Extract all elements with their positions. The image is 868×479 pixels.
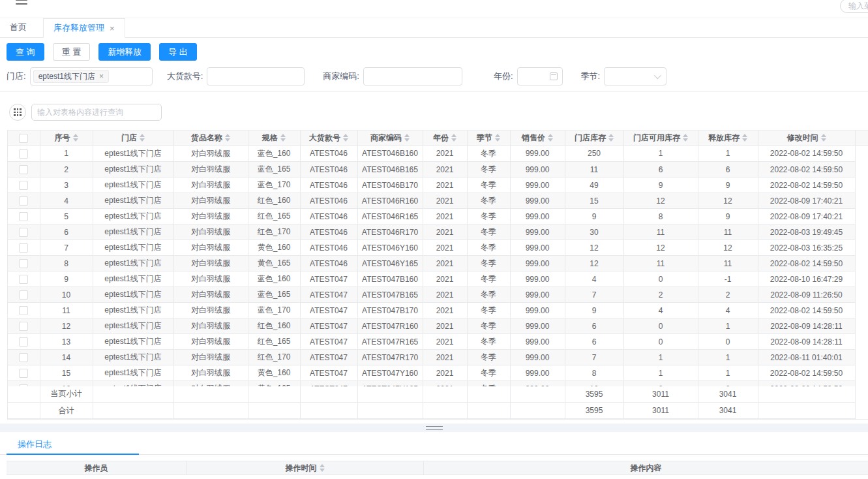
sort-icon[interactable] bbox=[548, 134, 553, 142]
column-header[interactable]: 规格 bbox=[248, 131, 300, 146]
cell: 2022-08-02 14:59:50 bbox=[758, 256, 855, 271]
sort-icon[interactable] bbox=[343, 134, 348, 142]
sort-icon[interactable] bbox=[742, 134, 747, 142]
footer-cell: 3041 bbox=[698, 403, 758, 419]
row-checkbox[interactable] bbox=[19, 384, 28, 386]
cell: 2022-08-09 14:28:11 bbox=[758, 334, 855, 350]
grid-body: 1eptest1线下门店对白羽绒服蓝色_160ATEST046ATEST046B… bbox=[8, 146, 868, 386]
column-header[interactable]: 大货款号 bbox=[300, 131, 357, 146]
checkbox-cell bbox=[8, 334, 40, 350]
row-checkbox[interactable] bbox=[19, 259, 28, 268]
column-header[interactable]: 货品名称 bbox=[173, 131, 248, 146]
cell: 8 bbox=[40, 256, 93, 271]
merchant-code-input[interactable] bbox=[363, 67, 462, 85]
sort-icon[interactable] bbox=[608, 134, 614, 142]
tab-home-label: 首页 bbox=[10, 22, 27, 32]
sort-icon[interactable] bbox=[320, 464, 325, 472]
column-header[interactable]: 销售价 bbox=[510, 131, 565, 146]
year-picker[interactable] bbox=[517, 67, 563, 85]
sort-icon[interactable] bbox=[495, 134, 500, 142]
cell: 黄色_160 bbox=[248, 365, 300, 381]
column-header[interactable]: 门店库存 bbox=[565, 131, 623, 146]
column-header[interactable]: 修改时间 bbox=[758, 131, 855, 146]
cell: 1 bbox=[623, 146, 698, 162]
tab-inventory-release[interactable]: 库存释放管理 × bbox=[43, 18, 125, 38]
cell: eptest1线下门店 bbox=[93, 256, 173, 271]
store-select[interactable]: eptest1线下门店 × bbox=[30, 67, 153, 85]
reset-button[interactable]: 重 置 bbox=[53, 43, 91, 61]
season-select[interactable] bbox=[604, 67, 666, 85]
cell: ATEST047R170 bbox=[357, 350, 423, 365]
table-row: 6eptest1线下门店对白羽绒服红色_170ATEST046ATEST046R… bbox=[8, 224, 855, 240]
sort-icon[interactable] bbox=[683, 134, 688, 142]
column-header[interactable]: 商家编码 bbox=[357, 131, 423, 146]
row-checkbox[interactable] bbox=[19, 290, 28, 300]
row-checkbox[interactable] bbox=[19, 369, 28, 378]
panel-splitter[interactable] bbox=[0, 424, 868, 432]
tab-operation-log[interactable]: 操作日志 bbox=[18, 439, 52, 450]
table-row: 8eptest1线下门店对白羽绒服黄色_165ATEST046ATEST046Y… bbox=[8, 256, 855, 271]
query-button[interactable]: 查 询 bbox=[7, 43, 44, 61]
row-checkbox[interactable] bbox=[19, 181, 28, 190]
close-tab-icon[interactable]: × bbox=[110, 24, 115, 33]
style-no-input[interactable] bbox=[207, 67, 305, 85]
cell: 1 bbox=[623, 350, 698, 365]
cell: ATEST047 bbox=[300, 318, 357, 334]
cell: eptest1线下门店 bbox=[93, 178, 173, 193]
cell: eptest1线下门店 bbox=[93, 224, 173, 240]
row-checkbox[interactable] bbox=[19, 149, 28, 159]
cell: 8 bbox=[565, 365, 623, 381]
footer-cell: 3041 bbox=[698, 386, 758, 403]
cell: 对白羽绒服 bbox=[173, 350, 248, 365]
footer-cell: 3011 bbox=[623, 403, 698, 419]
cell: 0 bbox=[623, 334, 698, 350]
top-search-input[interactable] bbox=[840, 0, 868, 13]
sort-icon[interactable] bbox=[280, 134, 286, 142]
sort-icon[interactable] bbox=[140, 134, 145, 142]
row-checkbox[interactable] bbox=[19, 275, 28, 284]
cell: 999.00 bbox=[510, 381, 565, 386]
table-search-input[interactable] bbox=[31, 104, 162, 121]
column-header[interactable]: 门店可用库存 bbox=[623, 131, 698, 146]
row-checkbox[interactable] bbox=[19, 337, 28, 347]
row-checkbox[interactable] bbox=[19, 212, 28, 221]
column-header[interactable]: 年份 bbox=[423, 131, 467, 146]
row-checkbox[interactable] bbox=[19, 353, 28, 362]
remove-store-tag-icon[interactable]: × bbox=[99, 70, 104, 82]
cell: 5 bbox=[40, 209, 93, 224]
menu-fold-icon[interactable] bbox=[16, 0, 27, 7]
column-header[interactable]: 释放库存 bbox=[698, 131, 758, 146]
column-header-operator[interactable]: 操作员 bbox=[7, 461, 187, 474]
row-checkbox[interactable] bbox=[19, 196, 28, 206]
tab-home[interactable]: 首页 bbox=[0, 18, 37, 37]
sort-icon[interactable] bbox=[73, 134, 78, 142]
row-checkbox[interactable] bbox=[19, 243, 28, 253]
cell: 16 bbox=[40, 381, 93, 386]
column-settings-button[interactable] bbox=[9, 104, 26, 121]
store-label: 门店: bbox=[7, 70, 26, 82]
select-all-cell bbox=[8, 131, 40, 146]
column-header-operation-content[interactable]: 操作内容 bbox=[424, 461, 868, 474]
sort-icon[interactable] bbox=[404, 134, 410, 142]
sort-icon[interactable] bbox=[451, 134, 456, 142]
sort-icon[interactable] bbox=[821, 134, 826, 142]
add-release-button[interactable]: 新增释放 bbox=[98, 43, 151, 61]
row-checkbox[interactable] bbox=[19, 165, 28, 174]
row-checkbox[interactable] bbox=[19, 228, 28, 237]
chevron-down-icon bbox=[654, 71, 661, 78]
cell: 对白羽绒服 bbox=[173, 271, 248, 287]
row-checkbox[interactable] bbox=[19, 322, 28, 331]
column-header[interactable]: 序号 bbox=[40, 131, 93, 146]
column-header-operation-time[interactable]: 操作时间 bbox=[187, 461, 424, 474]
column-header[interactable]: 季节 bbox=[467, 131, 510, 146]
cell: ATEST046Y165 bbox=[357, 256, 423, 271]
cell: 冬季 bbox=[467, 178, 510, 193]
column-header[interactable]: 门店 bbox=[93, 131, 173, 146]
sort-icon[interactable] bbox=[225, 134, 230, 142]
table-row: 2eptest1线下门店对白羽绒服蓝色_165ATEST046ATEST046B… bbox=[8, 162, 855, 178]
row-checkbox[interactable] bbox=[19, 306, 28, 315]
select-all-checkbox[interactable] bbox=[19, 134, 28, 143]
cell: ATEST046 bbox=[300, 256, 357, 271]
cell: 4 bbox=[623, 303, 698, 318]
export-button[interactable]: 导 出 bbox=[159, 43, 197, 61]
